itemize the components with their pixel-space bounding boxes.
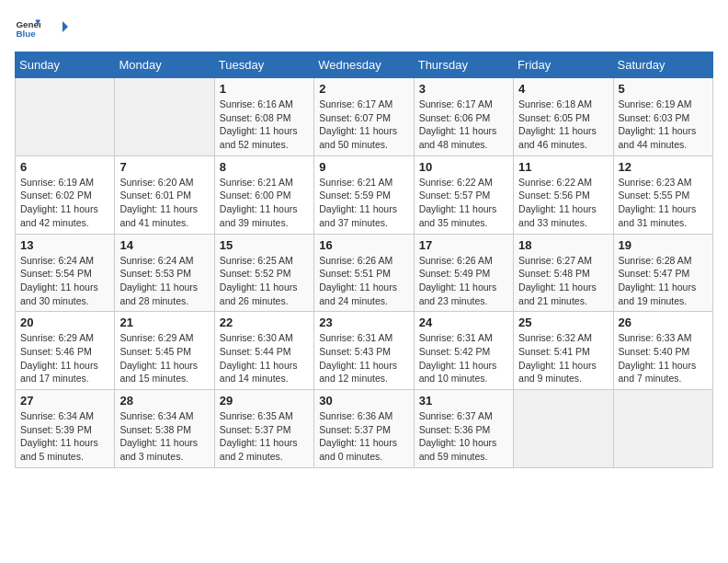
sunset-text: Sunset: 6:02 PM xyxy=(20,189,109,202)
weekday-header-friday: Friday xyxy=(514,52,613,78)
svg-text:Blue: Blue xyxy=(16,29,36,39)
weekday-header-sunday: Sunday xyxy=(16,52,115,78)
calendar-cell: 11Sunrise: 6:22 AMSunset: 5:56 PMDayligh… xyxy=(514,155,613,234)
sunrise-text: Sunrise: 6:24 AM xyxy=(119,254,209,268)
day-number: 3 xyxy=(419,82,508,96)
daylight-text: Daylight: 11 hours and 24 minutes. xyxy=(319,281,408,307)
sunrise-text: Sunrise: 6:33 AM xyxy=(619,331,708,345)
day-number: 15 xyxy=(220,238,309,252)
weekday-header-monday: Monday xyxy=(115,52,214,78)
sunrise-text: Sunrise: 6:21 AM xyxy=(220,176,309,190)
day-info: Sunrise: 6:29 AMSunset: 5:46 PMDaylight:… xyxy=(20,331,109,385)
calendar-cell: 28Sunrise: 6:34 AMSunset: 5:38 PMDayligh… xyxy=(115,390,214,468)
day-number: 10 xyxy=(419,160,508,174)
sunrise-text: Sunrise: 6:27 AM xyxy=(518,254,608,268)
calendar-cell xyxy=(115,78,214,156)
daylight-text: Daylight: 10 hours and 59 minutes. xyxy=(419,436,508,463)
day-number: 19 xyxy=(619,238,708,252)
sunset-text: Sunset: 5:57 PM xyxy=(419,189,508,202)
daylight-text: Daylight: 11 hours and 35 minutes. xyxy=(419,202,508,229)
sunset-text: Sunset: 5:40 PM xyxy=(619,345,708,359)
daylight-text: Daylight: 11 hours and 37 minutes. xyxy=(319,202,408,229)
daylight-text: Daylight: 11 hours and 23 minutes. xyxy=(419,281,508,307)
day-number: 4 xyxy=(518,82,608,96)
day-info: Sunrise: 6:23 AMSunset: 5:55 PMDaylight:… xyxy=(619,176,708,230)
daylight-text: Daylight: 11 hours and 0 minutes. xyxy=(319,436,408,463)
day-info: Sunrise: 6:22 AMSunset: 5:57 PMDaylight:… xyxy=(419,176,508,230)
sunrise-text: Sunrise: 6:24 AM xyxy=(20,254,109,268)
daylight-text: Daylight: 11 hours and 50 minutes. xyxy=(319,124,408,151)
calendar-cell: 7Sunrise: 6:20 AMSunset: 6:01 PMDaylight… xyxy=(115,155,214,234)
sunrise-text: Sunrise: 6:25 AM xyxy=(220,254,309,268)
calendar-cell: 24Sunrise: 6:31 AMSunset: 5:42 PMDayligh… xyxy=(414,312,513,390)
day-number: 11 xyxy=(518,160,608,174)
week-row-1: 1Sunrise: 6:16 AMSunset: 6:08 PMDaylight… xyxy=(16,78,713,156)
daylight-text: Daylight: 11 hours and 10 minutes. xyxy=(419,359,508,385)
sunset-text: Sunset: 5:55 PM xyxy=(619,189,708,202)
daylight-text: Daylight: 11 hours and 41 minutes. xyxy=(119,202,209,229)
sunset-text: Sunset: 5:54 PM xyxy=(20,267,109,281)
day-info: Sunrise: 6:19 AMSunset: 6:03 PMDaylight:… xyxy=(619,98,708,152)
calendar-cell: 19Sunrise: 6:28 AMSunset: 5:47 PMDayligh… xyxy=(613,234,712,312)
day-info: Sunrise: 6:18 AMSunset: 6:05 PMDaylight:… xyxy=(518,98,608,152)
sunset-text: Sunset: 5:41 PM xyxy=(518,345,608,359)
sunrise-text: Sunrise: 6:16 AM xyxy=(220,98,309,111)
sunset-text: Sunset: 5:44 PM xyxy=(220,345,309,359)
day-info: Sunrise: 6:26 AMSunset: 5:51 PMDaylight:… xyxy=(319,254,408,308)
daylight-text: Daylight: 11 hours and 2 minutes. xyxy=(220,436,309,463)
sunset-text: Sunset: 5:48 PM xyxy=(518,267,608,281)
calendar-cell: 31Sunrise: 6:37 AMSunset: 5:36 PMDayligh… xyxy=(414,390,513,468)
calendar-cell: 12Sunrise: 6:23 AMSunset: 5:55 PMDayligh… xyxy=(613,155,712,234)
day-number: 23 xyxy=(319,316,408,329)
calendar-cell: 27Sunrise: 6:34 AMSunset: 5:39 PMDayligh… xyxy=(16,390,115,468)
calendar-cell: 26Sunrise: 6:33 AMSunset: 5:40 PMDayligh… xyxy=(613,312,712,390)
sunset-text: Sunset: 6:01 PM xyxy=(119,189,209,202)
day-number: 26 xyxy=(619,316,708,329)
daylight-text: Daylight: 11 hours and 30 minutes. xyxy=(20,281,109,307)
day-number: 27 xyxy=(20,394,109,408)
calendar-cell: 8Sunrise: 6:21 AMSunset: 6:00 PMDaylight… xyxy=(214,155,313,234)
weekday-header-thursday: Thursday xyxy=(414,52,513,78)
day-number: 5 xyxy=(619,82,708,96)
sunrise-text: Sunrise: 6:17 AM xyxy=(319,98,408,111)
calendar-cell: 30Sunrise: 6:36 AMSunset: 5:37 PMDayligh… xyxy=(314,390,414,468)
week-row-3: 13Sunrise: 6:24 AMSunset: 5:54 PMDayligh… xyxy=(16,234,713,312)
day-number: 8 xyxy=(220,160,309,174)
day-info: Sunrise: 6:34 AMSunset: 5:38 PMDaylight:… xyxy=(119,409,209,464)
calendar-cell: 23Sunrise: 6:31 AMSunset: 5:43 PMDayligh… xyxy=(314,312,414,390)
day-number: 25 xyxy=(518,316,608,329)
sunset-text: Sunset: 5:49 PM xyxy=(419,267,508,281)
sunset-text: Sunset: 5:47 PM xyxy=(619,267,708,281)
daylight-text: Daylight: 11 hours and 46 minutes. xyxy=(518,124,608,151)
day-number: 2 xyxy=(319,82,408,96)
daylight-text: Daylight: 11 hours and 5 minutes. xyxy=(20,436,109,463)
day-info: Sunrise: 6:32 AMSunset: 5:41 PMDaylight:… xyxy=(518,331,608,385)
calendar-cell: 14Sunrise: 6:24 AMSunset: 5:53 PMDayligh… xyxy=(115,234,214,312)
sunset-text: Sunset: 5:37 PM xyxy=(319,423,408,437)
sunrise-text: Sunrise: 6:18 AM xyxy=(518,98,608,111)
sunset-text: Sunset: 5:46 PM xyxy=(20,345,109,359)
sunset-text: Sunset: 6:00 PM xyxy=(220,189,309,202)
sunset-text: Sunset: 5:43 PM xyxy=(319,345,408,359)
sunrise-text: Sunrise: 6:34 AM xyxy=(119,409,209,423)
calendar-cell: 29Sunrise: 6:35 AMSunset: 5:37 PMDayligh… xyxy=(214,390,313,468)
daylight-text: Daylight: 11 hours and 28 minutes. xyxy=(119,281,209,307)
sunset-text: Sunset: 5:37 PM xyxy=(220,423,309,437)
day-number: 30 xyxy=(319,394,408,408)
sunset-text: Sunset: 6:07 PM xyxy=(319,111,408,125)
daylight-text: Daylight: 11 hours and 17 minutes. xyxy=(20,359,109,385)
day-info: Sunrise: 6:19 AMSunset: 6:02 PMDaylight:… xyxy=(20,176,109,230)
sunrise-text: Sunrise: 6:31 AM xyxy=(319,331,408,345)
day-number: 20 xyxy=(20,316,109,329)
sunrise-text: Sunrise: 6:26 AM xyxy=(319,254,408,268)
sunrise-text: Sunrise: 6:22 AM xyxy=(419,176,508,190)
calendar-cell: 21Sunrise: 6:29 AMSunset: 5:45 PMDayligh… xyxy=(115,312,214,390)
daylight-text: Daylight: 11 hours and 3 minutes. xyxy=(119,436,209,463)
day-info: Sunrise: 6:25 AMSunset: 5:52 PMDaylight:… xyxy=(220,254,309,308)
sunset-text: Sunset: 5:42 PM xyxy=(419,345,508,359)
sunrise-text: Sunrise: 6:28 AM xyxy=(619,254,708,268)
sunset-text: Sunset: 5:38 PM xyxy=(119,423,209,437)
calendar-cell: 4Sunrise: 6:18 AMSunset: 6:05 PMDaylight… xyxy=(514,78,613,156)
sunrise-text: Sunrise: 6:19 AM xyxy=(619,98,708,111)
sunrise-text: Sunrise: 6:32 AM xyxy=(518,331,608,345)
